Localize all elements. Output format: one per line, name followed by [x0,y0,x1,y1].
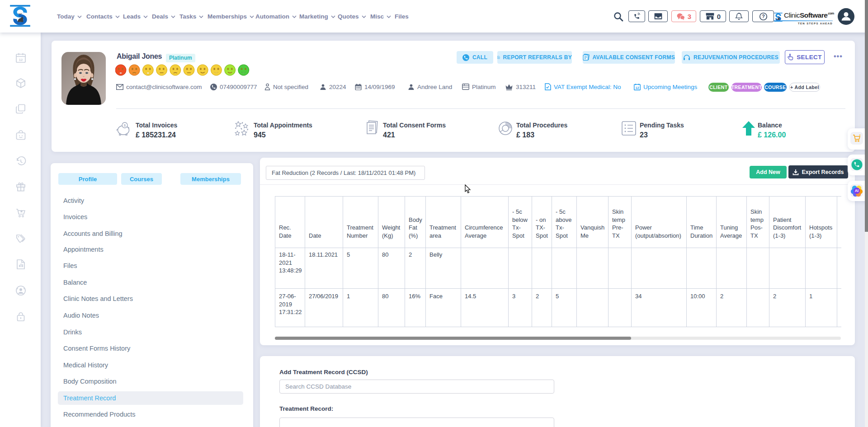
svg-text:12: 12 [19,57,23,61]
svg-text:$: $ [124,123,126,127]
svg-text:12: 12 [636,86,639,89]
svg-text:?: ? [762,14,765,19]
svg-text:AI: AI [855,188,859,193]
